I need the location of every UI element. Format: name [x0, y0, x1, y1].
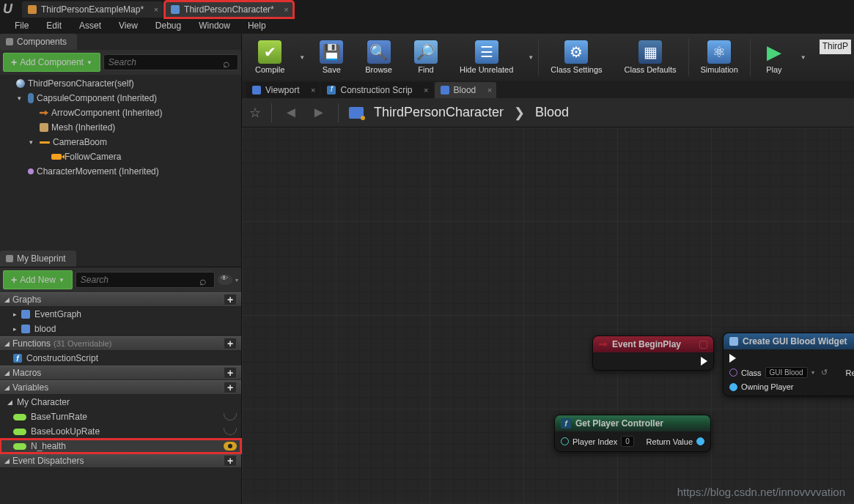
visibility-icon[interactable]	[224, 413, 237, 420]
menu-view[interactable]: View	[110, 18, 147, 33]
reset-icon[interactable]: ↺	[821, 368, 828, 377]
class-settings-button[interactable]: ⚙Class Settings	[540, 35, 612, 79]
menu-window[interactable]: Window	[190, 18, 239, 33]
section-macros[interactable]: ◢Macros+	[0, 366, 241, 380]
expand-icon[interactable]: ▾	[29, 138, 37, 146]
graph-row[interactable]: ▸EventGraph	[0, 307, 241, 322]
component-row[interactable]: ArrowComponent (Inherited)	[0, 105, 241, 120]
hide-unrelated-button[interactable]: ☰Hide Unrelated	[449, 35, 523, 79]
graph-canvas[interactable]: Event BeginPlay ⎆ Create GUI Blood Widge…	[242, 127, 854, 504]
search-input[interactable]	[108, 57, 223, 67]
player-index-pin[interactable]	[561, 437, 569, 445]
simulation-button[interactable]: ⚛Simulation	[691, 35, 748, 79]
component-row[interactable]: CharacterMovement (Inherited)	[0, 164, 241, 179]
graph-tab-construction-scrip[interactable]: fConstruction Scrip×	[321, 82, 432, 98]
section-graphs[interactable]: ◢Graphs+	[0, 292, 241, 307]
function-row[interactable]: fConstructionScript	[0, 351, 241, 366]
add-button[interactable]: +	[224, 455, 237, 467]
pin-label: Class	[741, 368, 762, 377]
panel-icon	[6, 38, 13, 45]
pin-label: Return Value	[846, 368, 854, 377]
add-button[interactable]: +	[224, 367, 237, 379]
delegate-pin[interactable]	[699, 341, 707, 349]
pin-value[interactable]: GUI Blood	[765, 367, 808, 378]
section-event dispatchers[interactable]: ◢Event Dispatchers+	[0, 453, 241, 468]
expand-icon[interactable]: ▾	[18, 94, 25, 102]
exec-out-pin[interactable]	[701, 357, 707, 366]
caret-icon[interactable]: ▼	[798, 54, 809, 61]
tab-character-bp[interactable]: ThirdPersonCharacter* ×	[165, 1, 293, 18]
variable-row[interactable]: N_health	[0, 439, 241, 453]
component-label: Mesh (Inherited)	[51, 122, 115, 133]
close-icon[interactable]: ×	[284, 5, 288, 14]
add-button[interactable]: +	[224, 382, 237, 393]
close-icon[interactable]: ×	[487, 86, 492, 94]
class-pin[interactable]	[729, 368, 737, 377]
variable-category[interactable]: ◢My Character	[0, 395, 241, 410]
section-title: Graphs	[12, 294, 41, 305]
graph-tab-viewport[interactable]: Viewport×	[246, 82, 320, 98]
component-row[interactable]: Mesh (Inherited)	[0, 120, 241, 135]
component-row[interactable]: ▾CapsuleComponent (Inherited)	[0, 91, 241, 105]
node-get-player-controller[interactable]: fGet Player Controller Player Index0 Ret…	[554, 415, 711, 452]
compile-button[interactable]: ✔Compile	[245, 35, 295, 79]
close-icon[interactable]: ×	[154, 5, 158, 14]
section-variables[interactable]: ◢Variables+	[0, 380, 241, 395]
close-icon[interactable]: ×	[311, 86, 315, 94]
class-defaults-button[interactable]: ▦Class Defaults	[614, 35, 687, 79]
item-label: EventGraph	[34, 309, 81, 319]
node-event-beginplay[interactable]: Event BeginPlay	[592, 336, 714, 371]
panel-icon	[6, 255, 13, 262]
exec-in-pin[interactable]	[729, 354, 736, 363]
component-row[interactable]: FollowCamera	[0, 149, 241, 164]
blueprint-search[interactable]	[76, 272, 215, 288]
breadcrumb-leaf[interactable]: Blood	[535, 105, 569, 120]
visibility-icon[interactable]	[224, 428, 237, 435]
section-functions[interactable]: ◢Functions(31 Overridable)+	[0, 336, 241, 351]
hide-icon: ☰	[475, 40, 498, 64]
tab-example-map[interactable]: ThirdPersonExampleMap* ×	[22, 1, 163, 18]
browse-button[interactable]: 🔍Browse	[355, 35, 402, 79]
search-input[interactable]	[81, 275, 199, 285]
menu-asset[interactable]: Asset	[70, 18, 110, 33]
caret-icon[interactable]: ▼	[525, 54, 537, 61]
nav-forward-button[interactable]: ►	[310, 104, 328, 122]
save-button[interactable]: 💾Save	[309, 35, 353, 79]
variable-row[interactable]: BaseTurnRate	[0, 410, 241, 424]
variable-type-icon	[13, 443, 26, 450]
section-title: Functions	[12, 338, 51, 349]
find-button[interactable]: 🔎Find	[404, 35, 448, 79]
components-tab[interactable]: Components	[0, 34, 77, 50]
return-pin[interactable]	[696, 437, 704, 445]
add-button[interactable]: +	[224, 338, 237, 349]
component-row[interactable]: ThirdPersonCharacter(self)	[0, 76, 241, 91]
caret-icon[interactable]: ▼	[296, 54, 308, 61]
add-component-button[interactable]: +Add Component▼	[3, 53, 100, 72]
level-icon	[28, 5, 37, 14]
pin-value[interactable]: 0	[621, 436, 634, 447]
favorite-icon[interactable]: ☆	[249, 105, 261, 121]
play-button[interactable]: ▶Play	[752, 35, 796, 79]
nav-back-button[interactable]: ◄	[282, 104, 300, 122]
settings-icon: ⚙	[564, 40, 588, 64]
graph-row[interactable]: ▸blood	[0, 322, 241, 336]
close-icon[interactable]: ×	[424, 86, 428, 94]
add-button[interactable]: +	[224, 294, 237, 305]
my-blueprint-tab[interactable]: My Blueprint	[0, 251, 76, 267]
parent-class-link[interactable]: ThirdP	[820, 40, 851, 54]
visibility-icon[interactable]	[224, 442, 237, 451]
menu-debug[interactable]: Debug	[147, 18, 190, 33]
variable-row[interactable]: BaseLookUpRate	[0, 424, 241, 439]
component-row[interactable]: ▾CameraBoom	[0, 135, 241, 149]
add-new-button[interactable]: +Add New▼	[3, 270, 73, 289]
menu-file[interactable]: File	[6, 18, 37, 33]
components-search[interactable]	[103, 54, 238, 70]
menu-edit[interactable]: Edit	[37, 18, 70, 33]
graph-tab-blood[interactable]: Blood×	[435, 82, 497, 98]
menu-help[interactable]: Help	[239, 18, 275, 33]
node-create-widget[interactable]: ⎆ Create GUI Blood Widget ClassGUI Blood…	[723, 333, 854, 396]
breadcrumb-root[interactable]: ThirdPersonCharacter	[374, 105, 504, 120]
owning-player-pin[interactable]	[729, 383, 737, 391]
visibility-filter-icon[interactable]	[218, 275, 232, 285]
mesh-icon	[40, 123, 48, 132]
